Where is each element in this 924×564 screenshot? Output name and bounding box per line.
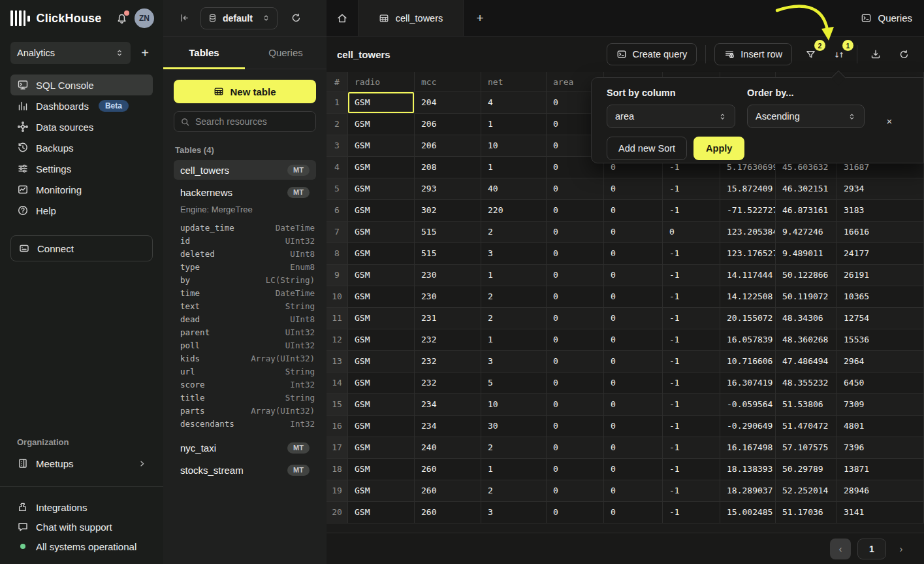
grid-cell[interactable]: GSM bbox=[348, 394, 415, 416]
search-box[interactable] bbox=[174, 111, 316, 132]
grid-cell[interactable]: -1 bbox=[663, 243, 720, 265]
grid-cell[interactable]: 10.716606 bbox=[720, 351, 776, 373]
grid-cell[interactable]: 293 bbox=[415, 178, 481, 200]
grid-cell[interactable]: 0 bbox=[547, 373, 604, 394]
grid-cell[interactable]: 2 bbox=[481, 480, 547, 502]
sidebar-item-meetups[interactable]: Meetups bbox=[10, 452, 153, 474]
grid-cell[interactable]: 240 bbox=[415, 437, 481, 459]
grid-cell[interactable]: 5 bbox=[481, 373, 547, 394]
grid-cell[interactable]: 18.289037 bbox=[720, 480, 776, 502]
add-new-sort-button[interactable]: Add new Sort bbox=[607, 137, 687, 160]
sidebar-item-dashboards[interactable]: DashboardsBeta bbox=[10, 95, 153, 116]
grid-cell[interactable]: 46.873161 bbox=[776, 200, 837, 222]
grid-cell[interactable]: GSM bbox=[348, 480, 415, 502]
grid-cell[interactable]: 0 bbox=[604, 502, 663, 523]
grid-cell[interactable]: 0 bbox=[604, 459, 663, 480]
sort-button[interactable]: ↓↑ 1 bbox=[829, 44, 848, 64]
grid-cell[interactable]: 0 bbox=[547, 437, 604, 459]
database-selector[interactable]: default bbox=[200, 7, 278, 29]
connect-button[interactable]: Connect bbox=[10, 235, 153, 261]
grid-cell[interactable]: 9.489011 bbox=[776, 243, 837, 265]
search-input[interactable] bbox=[195, 116, 310, 127]
grid-cell[interactable]: -1 bbox=[663, 416, 720, 437]
tab-queries[interactable]: Queries bbox=[245, 37, 327, 69]
grid-cell[interactable]: 10 bbox=[481, 135, 547, 157]
grid-cell[interactable]: 57.107575 bbox=[776, 437, 837, 459]
create-query-button[interactable]: Create query bbox=[607, 43, 697, 65]
grid-cell[interactable]: 302 bbox=[415, 200, 481, 222]
prev-page-button[interactable]: ‹ bbox=[830, 539, 851, 559]
refresh-button[interactable] bbox=[894, 44, 914, 64]
grid-cell[interactable]: 1 bbox=[481, 265, 547, 286]
grid-cell[interactable]: -1 bbox=[663, 308, 720, 329]
workspace-selector[interactable]: Analytics bbox=[10, 42, 131, 64]
grid-cell[interactable]: GSM bbox=[348, 373, 415, 394]
grid-cell[interactable]: 7309 bbox=[837, 394, 924, 416]
grid-cell[interactable]: 0 bbox=[547, 416, 604, 437]
grid-cell[interactable]: 10 bbox=[481, 394, 547, 416]
grid-cell[interactable]: 48.360268 bbox=[776, 329, 837, 351]
grid-cell[interactable]: 16.167498 bbox=[720, 437, 776, 459]
grid-cell[interactable]: 0 bbox=[604, 373, 663, 394]
grid-cell[interactable]: 14.117444 bbox=[720, 265, 776, 286]
grid-cell[interactable]: GSM bbox=[348, 135, 415, 157]
grid-cell[interactable]: 50.119072 bbox=[776, 286, 837, 308]
grid-cell[interactable]: 26191 bbox=[837, 265, 924, 286]
grid-cell[interactable]: GSM bbox=[348, 459, 415, 480]
grid-cell[interactable]: 6450 bbox=[837, 373, 924, 394]
grid-cell[interactable]: 0 bbox=[547, 502, 604, 523]
grid-cell[interactable]: 0 bbox=[547, 243, 604, 265]
current-page-indicator[interactable]: 1 bbox=[857, 539, 886, 559]
sidebar-item-backups[interactable]: Backups bbox=[10, 137, 153, 158]
grid-cell[interactable]: 260 bbox=[415, 480, 481, 502]
grid-cell[interactable]: -1 bbox=[663, 200, 720, 222]
grid-cell[interactable]: 0 bbox=[604, 243, 663, 265]
grid-cell[interactable]: GSM bbox=[348, 329, 415, 351]
grid-cell[interactable]: -1 bbox=[663, 351, 720, 373]
sidebar-item-help[interactable]: Help bbox=[10, 200, 153, 221]
grid-cell[interactable]: -0.059564 bbox=[720, 394, 776, 416]
sidebar-item-settings[interactable]: Settings bbox=[10, 158, 153, 179]
grid-cell[interactable]: 15.872409 bbox=[720, 178, 776, 200]
grid-cell[interactable]: 16616 bbox=[837, 222, 924, 243]
grid-cell[interactable]: 0 bbox=[604, 416, 663, 437]
grid-cell[interactable]: 231 bbox=[415, 308, 481, 329]
grid-cell[interactable]: -0.290649 bbox=[720, 416, 776, 437]
grid-cell[interactable]: 0 bbox=[547, 394, 604, 416]
grid-cell[interactable]: GSM bbox=[348, 243, 415, 265]
filter-button[interactable]: 2 bbox=[801, 44, 820, 64]
grid-cell[interactable]: 0 bbox=[547, 222, 604, 243]
grid-cell[interactable]: 1 bbox=[481, 459, 547, 480]
grid-cell[interactable]: 2964 bbox=[837, 351, 924, 373]
sidebar-item-monitoring[interactable]: Monitoring bbox=[10, 179, 153, 200]
grid-cell[interactable]: GSM bbox=[348, 222, 415, 243]
grid-cell[interactable]: 16.057839 bbox=[720, 329, 776, 351]
grid-cell[interactable]: GSM bbox=[348, 178, 415, 200]
home-tab[interactable] bbox=[327, 0, 358, 36]
sidebar-item-system-status[interactable]: All systems operational bbox=[10, 537, 153, 556]
grid-cell[interactable]: 208 bbox=[415, 157, 481, 178]
grid-cell[interactable]: 0 bbox=[604, 222, 663, 243]
grid-cell[interactable]: 2 bbox=[481, 222, 547, 243]
grid-cell[interactable]: 7396 bbox=[837, 437, 924, 459]
notifications-bell-icon[interactable] bbox=[116, 12, 128, 25]
grid-cell[interactable]: GSM bbox=[348, 92, 415, 114]
table-item-nyc_taxi[interactable]: nyc_taxiMT bbox=[174, 438, 316, 457]
grid-cell[interactable]: GSM bbox=[348, 416, 415, 437]
grid-cell[interactable]: 50.122866 bbox=[776, 265, 837, 286]
grid-header-cell[interactable]: # bbox=[327, 72, 348, 92]
grid-cell[interactable]: -1 bbox=[663, 459, 720, 480]
grid-cell[interactable]: 0 bbox=[547, 351, 604, 373]
grid-cell[interactable]: 3141 bbox=[837, 502, 924, 523]
grid-cell[interactable]: 0 bbox=[604, 200, 663, 222]
grid-cell[interactable]: 234 bbox=[415, 416, 481, 437]
grid-cell[interactable]: 206 bbox=[415, 135, 481, 157]
grid-cell[interactable]: 51.470472 bbox=[776, 416, 837, 437]
grid-cell[interactable]: 0 bbox=[547, 178, 604, 200]
grid-cell[interactable]: 46.302151 bbox=[776, 178, 837, 200]
grid-cell[interactable]: 2 bbox=[481, 437, 547, 459]
grid-cell[interactable]: 50.29789 bbox=[776, 459, 837, 480]
grid-cell[interactable]: -71.522727 bbox=[720, 200, 776, 222]
grid-cell[interactable]: 48.34306 bbox=[776, 308, 837, 329]
new-table-button[interactable]: New table bbox=[174, 80, 316, 103]
